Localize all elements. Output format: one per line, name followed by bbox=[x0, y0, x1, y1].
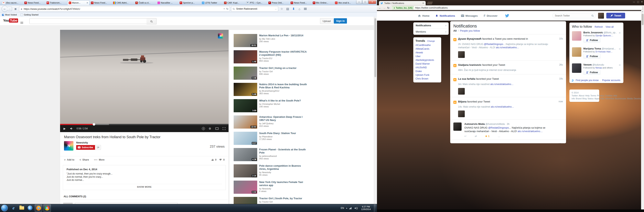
nav-notifications[interactable]: Notifications bbox=[435, 14, 455, 17]
browser-tab[interactable]: ONews Feed... bbox=[23, 0, 45, 5]
home-icon[interactable]: ⌂ bbox=[297, 6, 302, 11]
progress-bar[interactable] bbox=[60, 124, 228, 125]
url-dropdown-icon[interactable]: ▼ bbox=[223, 8, 225, 10]
hidden-icons-chevron[interactable]: ▲ bbox=[346, 207, 348, 209]
forward-icon[interactable]: → bbox=[383, 6, 386, 10]
quoted-tweet-thumbnail[interactable] bbox=[458, 88, 465, 94]
tab-close-icon[interactable]: ✕ bbox=[422, 2, 424, 4]
taskbar-firefox-icon[interactable] bbox=[35, 204, 42, 212]
footer-link[interactable]: Blog bbox=[582, 97, 587, 100]
dismiss-icon[interactable]: ✕ bbox=[619, 48, 621, 50]
related-video-item[interactable]: 3:42New York City launches Female Taxi s… bbox=[234, 180, 308, 194]
video-thumbnail[interactable]: 3:09 bbox=[234, 99, 257, 112]
footer-link[interactable]: Jobs bbox=[600, 97, 604, 100]
related-video-item[interactable]: Tractor Girl | South Pole, by Tractorby … bbox=[234, 197, 308, 204]
browser-tab[interactable]: M(без насло... bbox=[1, 0, 23, 5]
browser-tab[interactable]: t(270) Twitter bbox=[200, 0, 223, 5]
chrome-scrollbar[interactable]: ▲ bbox=[641, 10, 644, 210]
video-title-link[interactable]: South Pole Diary: Station Tour bbox=[259, 132, 308, 135]
browser-tab[interactable]: CMS Admi... bbox=[112, 0, 134, 5]
footer-link[interactable]: Terms bbox=[590, 94, 596, 97]
related-video-item[interactable]: 5:48Nubiru 2014 is leave the building So… bbox=[234, 83, 308, 96]
reload-icon[interactable]: ↻ bbox=[387, 6, 390, 10]
video-title-link[interactable]: Tractor Girl | South Pole, by Tractor bbox=[259, 197, 308, 200]
minimize-button[interactable]: — bbox=[633, 0, 635, 3]
trend-link[interactable]: David Warner bbox=[416, 62, 439, 66]
bookmark-getting-started[interactable]: Getting Started bbox=[20, 14, 38, 16]
reload-icon[interactable]: ↻ bbox=[226, 7, 228, 10]
chrome-new-tab-button[interactable] bbox=[427, 2, 433, 4]
video-thumbnail[interactable] bbox=[234, 197, 257, 204]
channel-watermark[interactable]: N bbox=[218, 33, 223, 38]
menu-mentions[interactable]: Mentions› bbox=[413, 28, 449, 35]
find-people-link[interactable]: Find people you know bbox=[576, 79, 599, 82]
dislike-button[interactable]: 0 bbox=[219, 158, 224, 161]
start-button[interactable] bbox=[1, 205, 8, 212]
footer-link[interactable]: Brand bbox=[576, 97, 582, 100]
follow-button[interactable]: Follow bbox=[583, 38, 600, 42]
browser-tab[interactable]: TČistili su d... bbox=[134, 0, 156, 5]
browser-tab[interactable]: ONews Feed... bbox=[90, 0, 112, 5]
suggestion-name[interactable]: Boris Jovanovic @Boris_sp... bbox=[583, 31, 617, 34]
ssl-certificate-chip[interactable]: Twitter, Inc. [US] bbox=[392, 6, 414, 10]
trend-link[interactable]: Uber bbox=[416, 54, 439, 58]
guide-icon[interactable] bbox=[20, 20, 23, 23]
channel-name[interactable]: Newsivity bbox=[76, 141, 88, 144]
notification-user-name[interactable]: Душко Вукајловић bbox=[458, 37, 482, 40]
youtube-search-input[interactable] bbox=[30, 18, 147, 24]
follow-button[interactable]: Follow bbox=[583, 70, 600, 75]
popular-accounts-link[interactable]: Popular accounts bbox=[602, 79, 620, 82]
suggestion-name[interactable]: Venom @tudurudu bbox=[583, 63, 617, 66]
footer-link[interactable]: Status bbox=[588, 97, 594, 100]
quoted-tweet-thumbnail[interactable] bbox=[458, 51, 465, 58]
footer-link[interactable]: Media bbox=[627, 97, 633, 100]
chrome-address-bar[interactable]: Twitter, Inc. [US] https://twitter.com/i… bbox=[391, 6, 642, 10]
inline-link[interactable]: alo.rs/vesti/aktuelno… bbox=[496, 46, 519, 49]
notification-row[interactable]: 13m★Lara★ favorited some Tweets you were… bbox=[450, 140, 566, 143]
dismiss-icon[interactable]: ✕ bbox=[619, 32, 621, 34]
firefox-search-bar[interactable]: → bbox=[231, 6, 278, 12]
inline-link[interactable]: @RedakDingospo bbox=[484, 43, 503, 46]
twitter-search-input[interactable] bbox=[554, 14, 590, 17]
quoted-tweet-thumbnail[interactable] bbox=[458, 110, 465, 117]
video-title-link[interactable]: Antarctica: Operation Deep Freeze I 1957… bbox=[259, 116, 308, 122]
bookmarks-list-icon[interactable]: ▤ bbox=[285, 6, 290, 11]
scrollbar-up-arrow[interactable]: ▲ bbox=[641, 10, 644, 13]
browser-tab[interactable]: PPTC :: Суп... bbox=[245, 0, 267, 5]
fullscreen-icon[interactable] bbox=[222, 126, 226, 131]
play-icon[interactable]: ▶ bbox=[62, 126, 67, 131]
show-desktop-button[interactable] bbox=[374, 204, 376, 212]
scrollbar-thumb[interactable] bbox=[374, 18, 376, 77]
sign-in-button[interactable]: Sign in bbox=[334, 18, 347, 24]
trend-link[interactable]: #ICantBreathe bbox=[416, 44, 439, 47]
network-icon[interactable] bbox=[349, 207, 352, 209]
footer-link[interactable]: Privacy bbox=[597, 94, 604, 97]
related-video-item[interactable]: 4:17South Pole Diary: Station Tourby Pfa… bbox=[234, 132, 308, 145]
suggestion-name[interactable]: Marijana Toma @marijanat... bbox=[583, 47, 617, 50]
trends-change-link[interactable]: Change bbox=[427, 40, 435, 42]
footer-link[interactable]: About bbox=[578, 94, 584, 97]
more-icon[interactable]: … bbox=[498, 135, 500, 138]
filter-all[interactable]: All bbox=[453, 29, 457, 32]
suggestion-avatar[interactable] bbox=[572, 47, 581, 57]
footer-link[interactable]: Developers bbox=[634, 97, 641, 100]
notification-row[interactable]: now★Biljana favorited your Tweet14s: Mal… bbox=[450, 97, 566, 120]
video-thumbnail[interactable]: 2:16 bbox=[234, 164, 257, 178]
trend-link[interactable]: #MetalCarols bbox=[416, 47, 439, 51]
nav-messages[interactable]: Messages bbox=[461, 14, 478, 17]
theater-mode-icon[interactable] bbox=[215, 126, 219, 131]
like-button[interactable]: 0 bbox=[211, 158, 216, 161]
settings-gear-icon[interactable]: ⚙ bbox=[208, 126, 212, 131]
related-video-item[interactable]: 4:38Frozen Planet - Scientists at the So… bbox=[234, 148, 308, 161]
related-video-item[interactable]: 18:51Marion Maréchal Le Pen - 18/11/2014… bbox=[234, 34, 308, 47]
browser-tab[interactable]: TCAR: Kupi... bbox=[223, 0, 245, 5]
share-button[interactable]: <Share bbox=[80, 158, 89, 161]
browser-tab[interactable]: ▶Manon...✕ bbox=[67, 0, 90, 5]
trend-link[interactable]: #leweb bbox=[416, 51, 439, 54]
video-title-link[interactable]: New York City launches Female Taxi servi… bbox=[259, 180, 308, 187]
inline-link[interactable]: Dr Kwisatz Had… bbox=[596, 50, 612, 53]
taskbar-media-player-icon[interactable]: ▶ bbox=[26, 204, 34, 212]
footer-link[interactable]: Cookies bbox=[605, 94, 613, 97]
follow-button[interactable]: Follow bbox=[583, 54, 600, 59]
video-thumbnail[interactable]: 18:51 bbox=[234, 34, 257, 47]
